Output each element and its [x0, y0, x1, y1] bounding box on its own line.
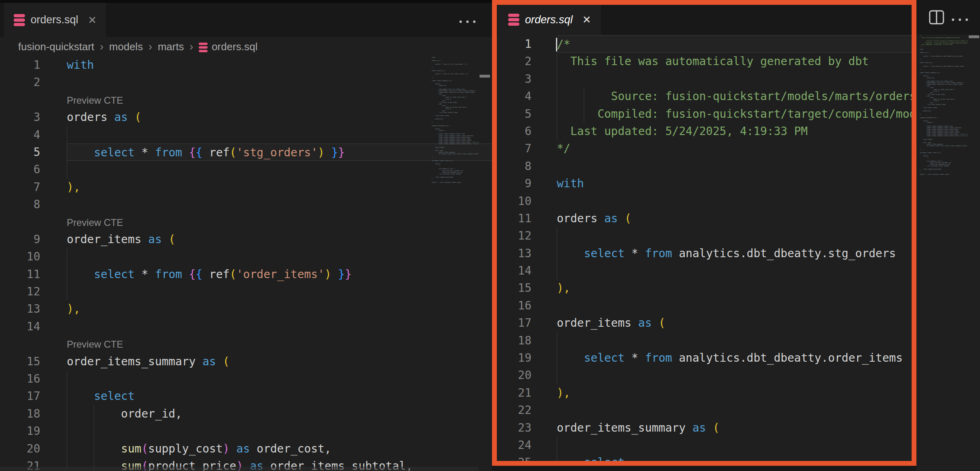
breadcrumb-item[interactable]: models: [109, 41, 143, 53]
code-line[interactable]: select * from {{ ref('stg_orders') }}: [67, 143, 492, 161]
line-number[interactable]: 4: [0, 126, 40, 143]
line-number[interactable]: 17: [497, 314, 531, 332]
code-line[interactable]: [557, 227, 912, 244]
code-line[interactable]: This file was automatically generated by…: [557, 53, 912, 70]
line-number[interactable]: 3: [497, 70, 531, 88]
line-number[interactable]: 12: [497, 227, 531, 244]
line-number[interactable]: 19: [497, 349, 531, 367]
code-line[interactable]: select * from analytics.dbt_dbeatty.orde…: [557, 349, 912, 367]
line-number[interactable]: 7: [497, 140, 531, 157]
code-line[interactable]: Source: fusion-quickstart/models/marts/o…: [557, 88, 912, 105]
line-number[interactable]: 19: [0, 422, 40, 440]
code-line[interactable]: [557, 70, 912, 88]
line-number[interactable]: 13: [0, 300, 40, 317]
more-actions-icon[interactable]: [952, 18, 968, 21]
code-line[interactable]: [67, 196, 492, 213]
close-icon[interactable]: ✕: [88, 14, 97, 26]
code-line[interactable]: [557, 436, 912, 454]
code-line[interactable]: [67, 74, 492, 91]
code-line[interactable]: ),: [67, 178, 492, 196]
breadcrumb-item[interactable]: marts: [158, 41, 184, 53]
code-line[interactable]: [557, 332, 912, 349]
tab-orders-sql-left[interactable]: orders.sql ✕: [4, 3, 107, 37]
line-number[interactable]: 1: [0, 56, 40, 74]
line-number[interactable]: 20: [497, 367, 531, 384]
line-number[interactable]: 16: [0, 370, 40, 387]
code-line[interactable]: [67, 161, 492, 178]
breadcrumb-item-file[interactable]: orders.sql: [212, 41, 257, 53]
code-line[interactable]: select: [67, 387, 492, 405]
line-number[interactable]: 11: [497, 210, 531, 227]
code-line[interactable]: Last updated: 5/24/2025, 4:19:33 PM: [557, 123, 912, 140]
line-number[interactable]: 22: [497, 401, 531, 419]
line-number[interactable]: 24: [497, 436, 531, 454]
line-number[interactable]: 14: [497, 262, 531, 279]
code-line[interactable]: select: [557, 454, 912, 461]
line-number[interactable]: 20: [0, 440, 40, 457]
line-number[interactable]: 11: [0, 266, 40, 283]
line-number[interactable]: 15: [0, 353, 40, 370]
code-line[interactable]: [557, 297, 912, 314]
line-number[interactable]: 18: [497, 332, 531, 349]
code-line[interactable]: [557, 192, 912, 210]
code-line[interactable]: orders as (: [67, 109, 492, 126]
line-number[interactable]: 13: [497, 245, 531, 262]
line-number[interactable]: 3: [0, 109, 40, 126]
right-code-editor[interactable]: 1/*2 This file was automatically generat…: [497, 35, 912, 461]
code-line[interactable]: [557, 401, 912, 419]
line-number[interactable]: 10: [0, 248, 40, 265]
line-number[interactable]: 2: [0, 74, 40, 91]
code-line[interactable]: with: [557, 175, 912, 192]
code-line[interactable]: [557, 367, 912, 384]
code-line[interactable]: [67, 248, 492, 265]
line-number[interactable]: 12: [0, 283, 40, 300]
code-line[interactable]: [557, 158, 912, 175]
breadcrumb-item[interactable]: fusion-quickstart: [18, 41, 94, 53]
line-number[interactable]: 1: [497, 35, 531, 53]
line-number[interactable]: 14: [0, 318, 40, 335]
line-number[interactable]: 17: [0, 387, 40, 405]
line-number[interactable]: 6: [0, 161, 40, 178]
code-line[interactable]: select * from {{ ref('order_items') }}: [67, 266, 492, 283]
code-line[interactable]: with: [67, 56, 492, 74]
code-line[interactable]: order_items as (: [557, 314, 912, 332]
code-line[interactable]: sum(supply_cost) as order_cost,: [67, 440, 492, 457]
code-line[interactable]: ),: [557, 384, 912, 401]
split-editor-icon[interactable]: [929, 10, 945, 25]
minimap[interactable]: withorders as ( select * from {{ ref('st…: [432, 57, 479, 338]
line-number[interactable]: 5: [0, 143, 40, 161]
line-number[interactable]: 16: [497, 297, 531, 314]
code-line[interactable]: [67, 283, 492, 300]
code-line[interactable]: [67, 126, 492, 143]
more-actions-icon[interactable]: [459, 20, 476, 23]
code-line[interactable]: [67, 318, 492, 335]
line-number[interactable]: 21: [497, 384, 531, 401]
line-number[interactable]: 10: [497, 192, 531, 210]
code-line[interactable]: order_items_summary as (: [67, 353, 492, 370]
line-number[interactable]: 15: [497, 279, 531, 297]
left-code-editor[interactable]: 1with2Preview CTE3orders as (45 select *…: [0, 56, 492, 471]
codelens-preview-cte[interactable]: Preview CTE: [0, 213, 123, 231]
line-number[interactable]: 2: [497, 53, 531, 70]
line-number[interactable]: 8: [497, 158, 531, 175]
code-line[interactable]: order_items_summary as (: [557, 419, 912, 436]
code-line[interactable]: [557, 262, 912, 279]
line-number[interactable]: 5: [497, 105, 531, 123]
code-line[interactable]: orders as (: [557, 210, 912, 227]
code-line[interactable]: order_id,: [67, 405, 492, 422]
line-number[interactable]: 25: [497, 454, 531, 461]
horizontal-scrollbar[interactable]: [0, 467, 479, 471]
close-icon[interactable]: ✕: [583, 14, 591, 26]
minimap[interactable]: /* This file was automatically generated…: [920, 35, 968, 317]
code-line[interactable]: order_items as (: [67, 231, 492, 248]
tab-orders-sql-right-preview[interactable]: orders.sql ✕: [498, 5, 602, 35]
line-number[interactable]: 7: [0, 178, 40, 196]
code-line[interactable]: ),: [557, 279, 912, 297]
code-line[interactable]: select * from analytics.dbt_dbeatty.stg_…: [557, 245, 912, 262]
line-number[interactable]: 8: [0, 196, 40, 213]
codelens-preview-cte[interactable]: Preview CTE: [0, 335, 123, 352]
line-number[interactable]: 23: [497, 419, 531, 436]
line-number[interactable]: 18: [0, 405, 40, 422]
code-line[interactable]: /*: [557, 35, 912, 53]
code-line[interactable]: [67, 370, 492, 387]
